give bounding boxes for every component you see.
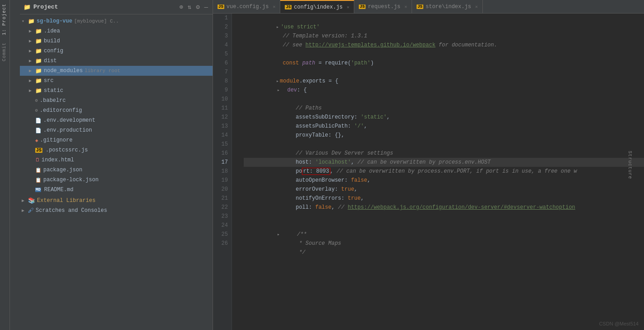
tab-close-config-index[interactable]: ✕ bbox=[347, 5, 349, 10]
file-name: .babelrc bbox=[40, 97, 66, 104]
tree-item-postcssrc[interactable]: ▶ JS .postcssrc.js bbox=[20, 145, 213, 155]
tree-item-scratches[interactable]: ▶ 🖋 Scratches and Consoles bbox=[20, 206, 213, 215]
tree-item-env-prod[interactable]: ▶ 📄 .env.production bbox=[20, 125, 213, 135]
line-num-15: 15 bbox=[215, 140, 228, 149]
project-root[interactable]: ▾ 📁 sg-blog-vue [myblogvue] C.. bbox=[20, 16, 213, 26]
folder-name: node_modules bbox=[44, 68, 83, 74]
line-num-7: 7 bbox=[215, 68, 228, 77]
scratches-label: Scratches and Consoles bbox=[36, 207, 107, 214]
tree-item-config[interactable]: ▶ 📁 config bbox=[20, 46, 213, 56]
folder-name: .idea bbox=[44, 28, 60, 34]
tab-bar: JS vue.config.js ✕ JS config\index.js ✕ … bbox=[213, 0, 644, 14]
minimize-icon[interactable]: — bbox=[204, 3, 209, 12]
tree-item-dist[interactable]: ▶ 📁 dist bbox=[20, 56, 213, 66]
commit-tab-label[interactable]: Commit bbox=[0, 39, 9, 65]
file-name: package-lock.json bbox=[43, 177, 98, 183]
code-line-10: // Paths bbox=[244, 95, 644, 104]
code-line-23 bbox=[244, 212, 644, 221]
line-num-12: 12 bbox=[215, 113, 228, 122]
library-root-label: library root bbox=[84, 68, 120, 73]
tree-item-packagejson[interactable]: ▶ 📋 package.json bbox=[20, 165, 213, 175]
tree-item-idea[interactable]: ▶ 📁 .idea bbox=[20, 26, 213, 36]
editor-area: JS vue.config.js ✕ JS config\index.js ✕ … bbox=[213, 0, 644, 330]
sidebar-toolbar: ⊕ ⇅ ⚙ — bbox=[178, 2, 209, 12]
line-num-10: 10 bbox=[215, 95, 228, 104]
line-num-24: 24 bbox=[215, 221, 228, 230]
line-num-1: 1 bbox=[215, 14, 228, 23]
folder-name: src bbox=[44, 78, 54, 84]
code-editor: 1 2 3 4 5 6 7 8 9 10 11 12 13 14 15 16 1… bbox=[213, 14, 644, 330]
tree-item-env-dev[interactable]: ▶ 📄 .env.development bbox=[20, 115, 213, 125]
code-line-1: ▸'use strict' bbox=[244, 14, 644, 23]
tab-close-store-index[interactable]: ✕ bbox=[475, 4, 478, 9]
folder-name: build bbox=[44, 38, 60, 44]
line-num-23: 23 bbox=[215, 212, 228, 221]
tab-label: request.js bbox=[368, 4, 400, 10]
tab-vue-config[interactable]: JS vue.config.js ✕ bbox=[213, 0, 280, 14]
line-num-5: 5 bbox=[215, 50, 228, 59]
tab-label: config\index.js bbox=[294, 4, 343, 10]
settings-icon[interactable]: ⚙ bbox=[195, 2, 200, 12]
line-num-2: 2 bbox=[215, 23, 228, 32]
line-num-14: 14 bbox=[215, 131, 228, 140]
tab-store-index[interactable]: JS store\index.js ✕ bbox=[412, 0, 483, 14]
file-name: .editorconfig bbox=[40, 107, 82, 114]
sort-icon[interactable]: ⇅ bbox=[187, 2, 192, 12]
tab-label: store\index.js bbox=[426, 4, 471, 10]
structure-label[interactable]: Structure bbox=[627, 151, 632, 179]
line-num-13: 13 bbox=[215, 122, 228, 131]
file-name: .postcssrc.js bbox=[46, 147, 88, 153]
far-left-strip: 1: Project Commit bbox=[0, 0, 10, 330]
external-libraries-label: External Libraries bbox=[37, 197, 96, 204]
tree-item-external-libraries[interactable]: ▶ 📚 External Libraries bbox=[20, 196, 213, 206]
code-line-7: ▸module.exports = { bbox=[244, 68, 644, 77]
line-num-8: 8 bbox=[215, 77, 228, 86]
folder-icon: 📁 bbox=[23, 4, 31, 11]
tab-icon-vue-config: JS bbox=[218, 5, 224, 9]
tab-icon-config-index: JS bbox=[285, 5, 292, 9]
tree-item-gitignore[interactable]: ▶ ◈ .gitignore bbox=[20, 135, 213, 145]
line-num-17: 17 bbox=[215, 158, 228, 167]
project-path: C.. bbox=[107, 18, 119, 24]
file-name: .env.development bbox=[43, 117, 95, 124]
tree-item-node-modules[interactable]: ▶ 📁 node_modules library root bbox=[20, 66, 213, 76]
line-num-16: 16 bbox=[215, 149, 228, 158]
tree-item-babelrc[interactable]: ▶ ⚙ .babelrc bbox=[20, 96, 213, 105]
tree-item-editorconfig[interactable]: ▶ ⚙ .editorconfig bbox=[20, 105, 213, 115]
sidebar-title: Project bbox=[33, 4, 176, 10]
folder-name: static bbox=[44, 87, 63, 94]
file-name: .gitignore bbox=[40, 137, 73, 143]
code-content[interactable]: ▸'use strict' // Template version: 1.3.1… bbox=[232, 14, 644, 330]
line-num-19: 19 bbox=[215, 176, 228, 185]
file-name: .env.production bbox=[43, 127, 92, 133]
code-line-15: // Various Dev Server settings bbox=[244, 140, 644, 149]
tab-icon-request: JS bbox=[359, 5, 366, 9]
line-num-20: 20 bbox=[215, 185, 228, 194]
line-num-6: 6 bbox=[215, 59, 228, 68]
line-num-3: 3 bbox=[215, 32, 228, 41]
folder-name: dist bbox=[44, 58, 57, 64]
line-num-26: 26 bbox=[215, 239, 228, 248]
tree-item-readme[interactable]: ▶ MD README.md bbox=[20, 185, 213, 195]
tree-item-packagelockjson[interactable]: ▶ 📋 package-lock.json bbox=[20, 175, 213, 185]
tab-label: vue.config.js bbox=[227, 4, 269, 10]
tree-item-indexhtml[interactable]: ▶ 🗒 index.html bbox=[20, 155, 213, 165]
file-name: package.json bbox=[43, 167, 82, 173]
tree-item-build[interactable]: ▶ 📁 build bbox=[20, 36, 213, 46]
add-icon[interactable]: ⊕ bbox=[178, 2, 184, 12]
line-num-4: 4 bbox=[215, 41, 228, 50]
sidebar: 📁 Project ⊕ ⇅ ⚙ — ▾ 📁 sg-blog-vue [myblo… bbox=[10, 0, 213, 330]
project-tab-label[interactable]: 1: Project bbox=[0, 0, 9, 39]
code-line-5: const path = require('path') bbox=[244, 50, 644, 59]
line-num-21: 21 bbox=[215, 194, 228, 203]
tree-item-static[interactable]: ▶ 📁 static bbox=[20, 86, 213, 96]
file-name: README.md bbox=[44, 187, 74, 193]
tab-request[interactable]: JS request.js ✕ bbox=[354, 0, 412, 14]
line-num-22: 22 bbox=[215, 203, 228, 212]
tab-close-vue-config[interactable]: ✕ bbox=[273, 4, 275, 9]
sidebar-header: 📁 Project ⊕ ⇅ ⚙ — bbox=[20, 0, 213, 14]
tab-close-request[interactable]: ✕ bbox=[404, 4, 407, 9]
folder-name: config bbox=[44, 48, 63, 54]
tab-config-index[interactable]: JS config\index.js ✕ bbox=[280, 0, 354, 14]
tree-item-src[interactable]: ▶ 📁 src bbox=[20, 76, 213, 86]
